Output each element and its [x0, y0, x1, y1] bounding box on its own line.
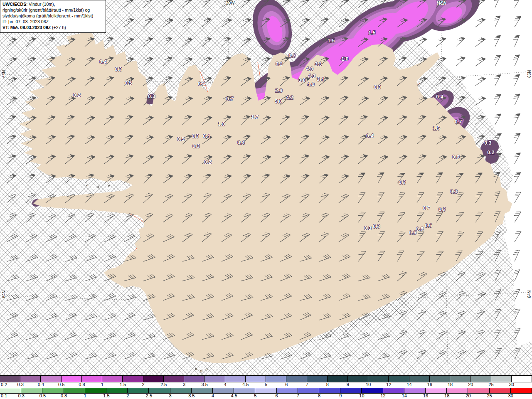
- scale-cell: [149, 388, 170, 393]
- scale-tick-label: 0.1: [1, 393, 7, 398]
- scale-tick-label: 25: [487, 393, 492, 398]
- precip-value-label: 4.0: [306, 66, 313, 72]
- precip-value-label: 1.0: [218, 121, 225, 127]
- scale-tick-label: 10: [366, 382, 371, 387]
- precip-value-label: 4.3: [308, 73, 315, 79]
- latitude-label: 64N: [527, 291, 532, 298]
- scale-cell: [225, 376, 246, 382]
- precip-value-label: 1.5: [433, 126, 440, 131]
- scale-tick-label: 20: [468, 382, 473, 387]
- weather-map-app: 20W15W66N66N64N64N 0.40.30.50.20.30.40.7…: [0, 0, 532, 399]
- scale-cell: [319, 388, 340, 393]
- precip-value-label: 1.5: [328, 38, 335, 44]
- precip-value-label: 1.7: [251, 114, 258, 120]
- scale-cell: [62, 376, 82, 382]
- scale-cell: [511, 388, 532, 393]
- precip-value-label: 0.7: [423, 205, 430, 211]
- scale-cell: [246, 376, 266, 382]
- precip-value-label: 0.3: [148, 94, 155, 99]
- scale-cell: [164, 376, 184, 382]
- scale-tick-label: 1.5: [120, 382, 126, 387]
- precip-value-label: 0.4: [99, 59, 106, 65]
- scale-cell: [328, 376, 348, 382]
- scale-cell: [340, 388, 362, 393]
- precip-value-label: 0.2: [73, 92, 80, 98]
- scale-tick-label: 6: [276, 393, 278, 398]
- scale-cell: [21, 388, 42, 393]
- scale-tick-label: 1: [101, 382, 103, 387]
- scale-tick-label: 18: [448, 382, 453, 387]
- scale-tick-label: 2.5: [160, 382, 167, 387]
- precip-value-label: 0.3: [374, 84, 381, 90]
- latitude-label: 66N: [527, 70, 532, 78]
- precip-value-label: 0.7: [226, 96, 233, 102]
- precip-value-label: 0.3: [288, 53, 296, 59]
- scale-tick-label: 16: [423, 393, 428, 398]
- precip-value-label: 0.3: [484, 140, 491, 146]
- scale-tick-label: 30: [508, 393, 513, 398]
- scale-cell: [468, 388, 489, 393]
- precip-value-label: 0.2: [487, 150, 494, 155]
- scale-tick-label: 3.5: [188, 393, 195, 398]
- scale-cell: [447, 388, 468, 393]
- scale-tick-label: 3: [169, 393, 172, 398]
- precip-value-label: 0.4: [203, 133, 210, 139]
- scale-cell: [213, 388, 234, 393]
- scale-tick-label: 4: [212, 393, 214, 398]
- precip-scale-rain-labels: 0.10.30.50.811.522.533.544.5567891012141…: [0, 393, 532, 399]
- legend-line: VT: Mið. 08.03.2023 09Z (+27 h): [2, 25, 103, 31]
- latitude-label: 64N: [2, 291, 6, 298]
- precip-value-label: 0.4: [436, 94, 443, 100]
- scale-cell: [470, 376, 491, 382]
- scale-cell: [42, 388, 64, 393]
- precip-value-label: 0.9: [452, 154, 459, 160]
- scale-tick-label: 7: [305, 382, 308, 387]
- scale-tick-label: 14: [406, 382, 411, 387]
- scale-cell: [404, 388, 426, 393]
- scale-cell: [266, 376, 286, 382]
- scale-cell: [204, 376, 225, 382]
- scale-cell: [0, 376, 20, 382]
- legend-line: UWC/ECDS: Vindur (10m),: [2, 2, 103, 7]
- precip-value-label: 3.4: [317, 76, 324, 82]
- scale-tick-label: 0.5: [58, 382, 64, 387]
- scale-cell: [426, 388, 447, 393]
- legend-line: IT: þri. 07. 03. 2023 06Z: [2, 19, 103, 25]
- scale-cell: [234, 388, 255, 393]
- scale-cell: [20, 376, 41, 382]
- scale-tick-label: 0.2: [1, 382, 7, 387]
- precip-scale-sleet-snow: [0, 375, 532, 382]
- scale-tick-label: 2.5: [146, 393, 152, 398]
- precip-value-label: 0.4: [237, 140, 244, 145]
- scale-cell: [82, 376, 102, 382]
- scale-cell: [389, 376, 409, 382]
- precip-value-label: 3.8: [298, 77, 305, 83]
- scale-cell: [255, 388, 276, 393]
- scale-cell: [348, 376, 368, 382]
- scale-tick-label: 1: [84, 393, 86, 398]
- longitude-label: 15W: [437, 1, 446, 5]
- scale-tick-label: 4.5: [242, 382, 249, 387]
- scale-cell: [0, 388, 21, 393]
- scale-tick-label: 30: [509, 382, 514, 387]
- precip-value-label: 1.0: [341, 56, 348, 62]
- scale-cell: [184, 376, 204, 382]
- scale-cell: [298, 388, 319, 393]
- scale-cell: [430, 376, 450, 382]
- scale-tick-label: 5: [265, 382, 267, 387]
- scale-cell: [41, 376, 61, 382]
- scale-tick-label: 0.8: [79, 382, 85, 387]
- scale-tick-label: 2: [126, 393, 129, 398]
- scale-tick-label: 20: [466, 393, 470, 398]
- precip-value-label: 0.4: [198, 81, 205, 87]
- precip-value-label: 0.3: [192, 143, 200, 149]
- scale-tick-label: 0.4: [38, 382, 44, 387]
- scale-cell: [490, 388, 511, 393]
- precip-value-label: 2.9: [275, 88, 282, 94]
- precip-value-label: 0.3: [364, 225, 371, 231]
- precip-value-label: 0.2: [276, 61, 283, 67]
- precip-scale-sleet-snow-labels: 0.20.30.40.50.811.522.533.544.5567891012…: [0, 382, 532, 387]
- precip-scale-rain: [0, 388, 532, 394]
- legend-line: rigning/skúrir (grænt/blátt/rautt - mm/1…: [2, 7, 103, 13]
- scale-cell: [409, 376, 430, 382]
